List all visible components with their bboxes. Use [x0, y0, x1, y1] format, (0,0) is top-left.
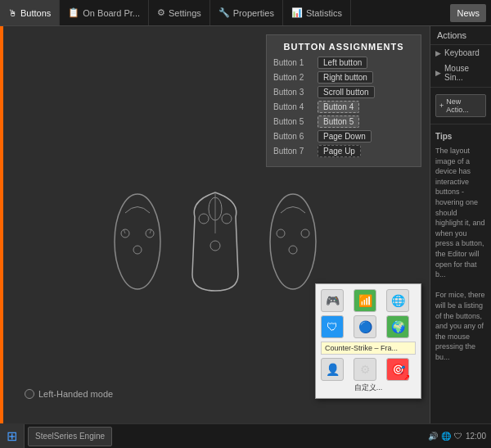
- popup-bottom-icons: 👤 ⚙ 🎯 ↗: [321, 358, 416, 381]
- popup-icon-2[interactable]: 📶: [354, 289, 376, 312]
- btn-label-6: Button 6: [273, 132, 313, 141]
- svg-point-7: [199, 214, 209, 224]
- popup-icon-3[interactable]: 🌐: [386, 289, 409, 312]
- btn-label-7: Button 7: [273, 147, 313, 156]
- svg-point-12: [277, 229, 285, 238]
- taskbar-tray: 🔊 🌐 🛡 12:00: [423, 432, 491, 441]
- svg-line-5: [150, 229, 151, 233]
- sidebar-actions-header: Actions: [430, 26, 491, 45]
- sidebar-item-mouse-sin[interactable]: ▶ Mouse Sin...: [430, 61, 491, 85]
- popup-bottom-icon-2[interactable]: ⚙: [354, 358, 376, 381]
- btn-label-4: Button 4: [273, 102, 313, 111]
- chevron-right-icon: ▶: [435, 49, 441, 57]
- btn-label-1: Button 1: [273, 58, 313, 67]
- btn-label-2: Button 2: [273, 73, 313, 82]
- button-row-3: Button 3 Scroll button: [273, 86, 414, 98]
- tab-statistics[interactable]: 📊 Statistics: [283, 0, 351, 25]
- button-assignments-title: BUTTON ASSIGNMENTS: [273, 42, 414, 52]
- tab-onboard-label: On Board Pr...: [83, 8, 140, 18]
- tab-settings[interactable]: ⚙ Settings: [149, 0, 210, 25]
- new-action-label: New Actio...: [446, 97, 482, 114]
- mouse-right-view: [264, 188, 322, 295]
- svg-point-14: [289, 246, 297, 254]
- mouse-front-svg: [182, 184, 248, 299]
- btn-assign-4[interactable]: Button 4: [318, 101, 359, 113]
- tab-settings-label: Settings: [169, 8, 201, 18]
- svg-point-8: [222, 214, 232, 224]
- tray-icon-network[interactable]: 🌐: [441, 432, 451, 441]
- popup-tooltip: Counter-Strike – Fra...: [321, 342, 416, 355]
- sidebar-keyboard-label: Keyboard: [444, 48, 480, 57]
- svg-line-4: [124, 229, 125, 233]
- popup-tooltip-text: Counter-Strike – Fra...: [325, 344, 398, 352]
- popup-icon-6[interactable]: 🌍: [386, 315, 409, 338]
- tab-buttons-label: Buttons: [20, 8, 51, 18]
- left-handed-label-text: Left-Handed mode: [38, 389, 113, 399]
- tab-buttons-icon: 🖱: [8, 8, 17, 18]
- button-row-2: Button 2 Right button: [273, 71, 414, 84]
- popup-icon-4[interactable]: 🛡: [321, 315, 344, 338]
- tab-onboard-icon: 📋: [68, 7, 79, 18]
- mouse-views: [109, 184, 322, 299]
- popup-bottom-text: 自定义...: [321, 382, 416, 393]
- btn-assign-7[interactable]: Page Up: [318, 145, 361, 157]
- plus-icon: +: [439, 102, 444, 110]
- btn-assign-3[interactable]: Scroll button: [318, 86, 375, 98]
- popup-grid: 🎮 📶 🌐 🛡 🔵 🌍: [321, 289, 416, 338]
- btn-assign-2[interactable]: Right button: [318, 71, 373, 84]
- left-handed-mode[interactable]: Left-Handed mode: [25, 389, 113, 399]
- button-row-6: Button 6 Page Down: [273, 130, 414, 143]
- tab-bar: 🖱 Buttons 📋 On Board Pr... ⚙ Settings 🔧 …: [0, 0, 491, 26]
- svg-point-11: [270, 194, 316, 289]
- tips-text-1: The layout image of a device has interac…: [435, 146, 486, 280]
- taskbar-app-steelseries[interactable]: SteelSeries Engine: [28, 427, 112, 446]
- tab-news-label: News: [457, 8, 480, 18]
- left-handed-radio[interactable]: [25, 389, 34, 399]
- popup-bottom-icon-1[interactable]: 👤: [321, 358, 344, 381]
- sidebar-divider-1: [430, 87, 491, 88]
- tab-settings-icon: ⚙: [157, 7, 165, 18]
- new-action-button[interactable]: + New Actio...: [435, 94, 486, 117]
- tab-properties[interactable]: 🔧 Properties: [210, 0, 283, 25]
- popup-icon-5[interactable]: 🔵: [354, 315, 376, 338]
- tab-statistics-label: Statistics: [306, 8, 342, 18]
- mouse-left-view: [109, 188, 166, 295]
- taskbar-app-label: SteelSeries Engine: [35, 432, 105, 441]
- chevron-right-icon-2: ▶: [435, 69, 441, 77]
- tray-icon-sound[interactable]: 🔊: [428, 432, 438, 441]
- btn-assign-1[interactable]: Left button: [318, 57, 367, 69]
- svg-point-0: [115, 194, 160, 289]
- sidebar-mouse-sin-label: Mouse Sin...: [444, 64, 486, 82]
- mouse-front-view: [182, 184, 248, 299]
- tips-text-2: For mice, there will be a listing of the…: [435, 290, 486, 362]
- popup-customize-text: 自定义...: [354, 383, 383, 391]
- svg-point-13: [301, 229, 309, 238]
- svg-point-3: [133, 246, 142, 254]
- tray-icon-security[interactable]: 🛡: [454, 432, 462, 441]
- button-row-4: Button 4 Button 4: [273, 101, 414, 113]
- mouse-right-svg: [264, 188, 322, 295]
- start-button[interactable]: ⊞: [0, 424, 25, 449]
- popup-bottom-icon-3[interactable]: 🎯 ↗: [386, 358, 409, 381]
- tab-properties-icon: 🔧: [218, 7, 230, 18]
- tips-section: Tips The layout image of a device has in…: [430, 126, 491, 367]
- taskbar-time: 12:00: [466, 432, 486, 441]
- svg-point-10: [210, 241, 220, 251]
- tab-news[interactable]: News: [450, 4, 486, 22]
- tab-buttons[interactable]: 🖱 Buttons: [0, 0, 60, 25]
- taskbar-items: SteelSeries Engine: [25, 427, 423, 446]
- tab-statistics-icon: 📊: [291, 7, 303, 18]
- right-sidebar: Actions ▶ Keyboard ▶ Mouse Sin... + New …: [430, 26, 491, 448]
- btn-assign-6[interactable]: Page Down: [318, 130, 372, 143]
- btn-assign-5[interactable]: Button 5: [318, 115, 359, 128]
- start-icon: ⊞: [7, 428, 17, 444]
- popup-icon-1[interactable]: 🎮: [321, 289, 344, 312]
- tab-onboard[interactable]: 📋 On Board Pr...: [60, 0, 149, 25]
- btn-label-3: Button 3: [273, 88, 313, 97]
- tips-header: Tips: [435, 131, 486, 143]
- button-assignments-panel: BUTTON ASSIGNMENTS Button 1 Left button …: [266, 34, 421, 167]
- popup-overlay: 🎮 📶 🌐 🛡 🔵 🌍 Counter-Strike – Fra... 👤 ⚙ …: [315, 283, 421, 399]
- sidebar-item-keyboard[interactable]: ▶ Keyboard: [430, 45, 491, 61]
- mouse-left-svg: [109, 188, 166, 295]
- tab-properties-label: Properties: [233, 8, 274, 18]
